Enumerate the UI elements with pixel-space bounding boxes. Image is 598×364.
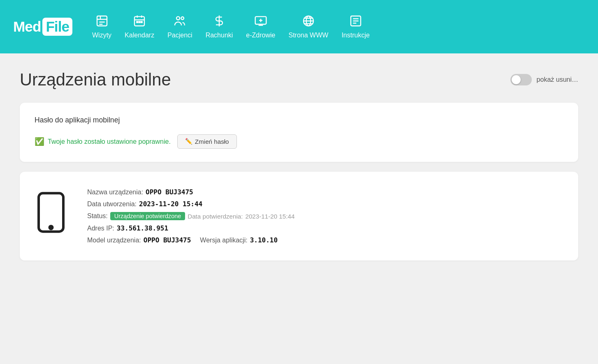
nav-item-kalendarz[interactable]: Kalendarz (125, 14, 154, 39)
device-name-row: Nazwa urządzenia: OPPO BUJ3475 (87, 188, 294, 196)
status-label: Status: (87, 212, 108, 220)
svg-point-13 (181, 17, 184, 20)
success-text: Twoje hasło zostało ustawione poprawnie. (48, 138, 171, 145)
rachunki-icon (213, 14, 226, 30)
device-details: Nazwa urządzenia: OPPO BUJ3475 Data utwo… (87, 188, 294, 244)
nav-item-wizyty[interactable]: Wizyty (92, 14, 111, 39)
nav-item-pacjenci[interactable]: Pacjenci (167, 14, 192, 39)
device-card: Nazwa urządzenia: OPPO BUJ3475 Data utwo… (20, 172, 578, 260)
wizyty-icon (95, 14, 109, 30)
created-date-label: Data utworzenia: (87, 200, 137, 208)
change-password-button[interactable]: ✏️ Zmień hasło (177, 134, 237, 149)
nav-item-rachunki[interactable]: Rachunki (206, 14, 233, 39)
success-message: ✅ Twoje hasło zostało ustawione poprawni… (35, 137, 171, 146)
confirm-date-value: 2023-11-20 15:44 (245, 213, 294, 220)
password-status-row: ✅ Twoje hasło zostało ustawione poprawni… (35, 134, 563, 149)
mobile-device-icon (35, 192, 67, 241)
main-content: Urządzenia mobilne pokaż usuni… Hasło do… (0, 53, 598, 364)
ip-value: 33.561.38.951 (117, 224, 168, 232)
logo[interactable]: Med File (13, 18, 72, 36)
nav-item-strona-www[interactable]: Strona WWW (288, 14, 328, 39)
svg-point-12 (176, 16, 180, 20)
toggle-area: pokaż usuni… (510, 74, 578, 85)
logo-med-text: Med (13, 18, 41, 35)
e-zdrowie-icon (254, 14, 267, 30)
show-deleted-toggle[interactable] (510, 74, 532, 85)
svg-rect-10 (139, 21, 140, 23)
svg-rect-9 (137, 21, 138, 23)
status-badge: Urządzenie potwierdzone (110, 212, 185, 220)
page-title: Urządzenia mobilne (20, 70, 171, 90)
device-name-value: OPPO BUJ3475 (146, 188, 193, 196)
nav-label-rachunki: Rachunki (206, 32, 233, 39)
nav-label-wizyty: Wizyty (92, 32, 111, 39)
logo-file-box: File (42, 18, 72, 36)
svg-point-30 (49, 226, 53, 229)
created-date-value: 2023-11-20 15:44 (139, 200, 202, 208)
model-label: Model urządzenia: (87, 237, 141, 244)
created-date-row: Data utworzenia: 2023-11-20 15:44 (87, 200, 294, 208)
kalendarz-icon (133, 14, 146, 30)
nav-label-strona-www: Strona WWW (288, 32, 328, 39)
nav-label-kalendarz: Kalendarz (125, 32, 154, 39)
page-header: Urządzenia mobilne pokaż usuni… (20, 70, 578, 90)
nav-item-e-zdrowie[interactable]: e-Zdrowie (246, 14, 275, 39)
app-version-label: Wersja aplikacji: (200, 237, 247, 244)
change-password-label: Zmień hasło (195, 138, 229, 145)
app-version-value: 3.10.10 (250, 236, 278, 244)
main-nav: Wizyty Kalendarz (92, 14, 370, 39)
svg-rect-11 (141, 21, 142, 23)
model-row: Model urządzenia: OPPO BUJ3475 Wersja ap… (87, 236, 294, 244)
logo-file-text: File (46, 18, 69, 35)
nav-label-pacjenci: Pacjenci (167, 32, 192, 39)
strona-www-icon (302, 14, 315, 30)
nav-label-e-zdrowie: e-Zdrowie (246, 32, 275, 39)
model-value: OPPO BUJ3475 (144, 236, 191, 244)
status-row: Status: Urządzenie potwierdzone Data pot… (87, 212, 294, 220)
confirm-date-label: Data potwierdzenia: (188, 213, 243, 220)
nav-label-instrukcje: Instrukcje (341, 32, 369, 39)
password-card: Hasło do aplikacji mobilnej ✅ Twoje hasł… (20, 103, 578, 162)
device-name-label: Nazwa urządzenia: (87, 189, 143, 196)
nav-item-instrukcje[interactable]: Instrukcje (341, 14, 369, 39)
checkmark-icon: ✅ (35, 137, 44, 146)
pencil-icon: ✏️ (185, 138, 192, 145)
pacjenci-icon (173, 14, 186, 30)
toggle-label: pokaż usuni… (537, 76, 578, 83)
ip-label: Adres IP: (87, 225, 114, 232)
instrukcje-icon (349, 14, 362, 30)
password-card-title: Hasło do aplikacji mobilnej (35, 116, 563, 124)
ip-row: Adres IP: 33.561.38.951 (87, 224, 294, 232)
